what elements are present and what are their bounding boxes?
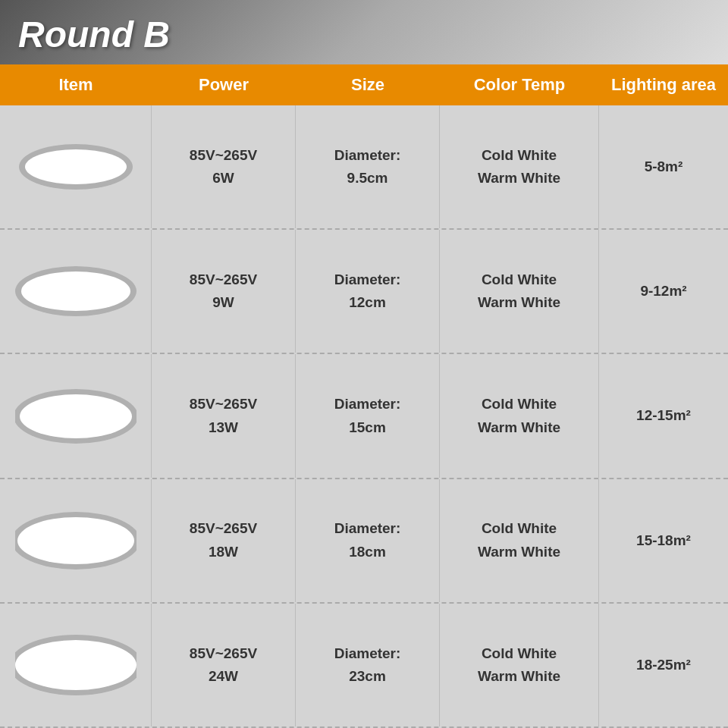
lighting-area-cell: 5-8m²	[599, 105, 728, 228]
size-cell: Diameter: 12cm	[296, 230, 440, 353]
light-fixture-icon	[15, 627, 136, 703]
size-cell: Diameter: 15cm	[296, 354, 440, 477]
power-cell: 85V~265V 18W	[152, 479, 296, 602]
title-area: Round B	[0, 0, 728, 64]
light-fixture-icon	[15, 136, 136, 197]
lighting-area-value: 12-15m²	[636, 404, 691, 427]
item-cell	[0, 354, 152, 477]
svg-point-8	[33, 398, 111, 425]
size-value: Diameter: 12cm	[334, 268, 401, 315]
color-temp-cell: Cold White Warm White	[440, 604, 599, 726]
light-fixture-icon	[15, 381, 136, 451]
power-cell: 85V~265V 6W	[152, 105, 296, 228]
color-temp-value: Cold White Warm White	[478, 642, 560, 689]
size-cell: Diameter: 9.5cm	[296, 105, 440, 228]
header-lighting-area: Lighting area	[599, 64, 728, 105]
table-row: 85V~265V 24WDiameter: 23cmCold White War…	[0, 604, 728, 728]
header-item: Item	[0, 64, 152, 105]
size-value: Diameter: 18cm	[334, 517, 401, 563]
lighting-area-value: 15-18m²	[636, 529, 691, 552]
color-temp-cell: Cold White Warm White	[440, 354, 599, 477]
lighting-area-value: 9-12m²	[640, 280, 686, 303]
power-value: 85V~265V 9W	[190, 268, 257, 315]
power-cell: 85V~265V 9W	[152, 230, 296, 353]
power-value: 85V~265V 13W	[190, 393, 257, 439]
color-temp-value: Cold White Warm White	[478, 393, 560, 439]
svg-point-14	[28, 644, 116, 677]
color-temp-cell: Cold White Warm White	[440, 479, 599, 602]
size-value: Diameter: 15cm	[334, 393, 401, 439]
table-row: 85V~265V 13WDiameter: 15cmCold White War…	[0, 354, 728, 479]
lighting-area-cell: 15-18m²	[599, 479, 728, 602]
svg-point-5	[34, 275, 110, 298]
item-cell	[0, 479, 152, 602]
table-row: 85V~265V 18WDiameter: 18cmCold White War…	[0, 479, 728, 604]
page-title: Round B	[18, 14, 170, 55]
power-cell: 85V~265V 13W	[152, 354, 296, 477]
light-fixture-icon	[15, 259, 136, 324]
header-size: Size	[296, 64, 440, 105]
lighting-area-cell: 9-12m²	[599, 230, 728, 353]
lighting-area-value: 5-8m²	[645, 155, 683, 178]
size-value: Diameter: 9.5cm	[334, 144, 401, 190]
lighting-area-cell: 18-25m²	[599, 604, 728, 726]
page: Round B Item Power Size Color Temp Light…	[0, 0, 728, 728]
light-fixture-icon	[15, 504, 136, 577]
power-value: 85V~265V 18W	[190, 517, 257, 563]
item-cell	[0, 604, 152, 726]
color-temp-cell: Cold White Warm White	[440, 105, 599, 228]
size-cell: Diameter: 18cm	[296, 479, 440, 602]
lighting-area-value: 18-25m²	[636, 654, 691, 676]
color-temp-cell: Cold White Warm White	[440, 230, 599, 353]
power-value: 85V~265V 24W	[190, 642, 257, 689]
header-power: Power	[152, 64, 296, 105]
table-row: 85V~265V 6WDiameter: 9.5cmCold White War…	[0, 105, 728, 230]
item-cell	[0, 105, 152, 228]
table-body: 85V~265V 6WDiameter: 9.5cmCold White War…	[0, 105, 728, 728]
item-cell	[0, 230, 152, 353]
svg-point-11	[30, 521, 114, 551]
svg-point-2	[38, 153, 106, 171]
size-cell: Diameter: 23cm	[296, 604, 440, 726]
table-row: 85V~265V 9WDiameter: 12cmCold White Warm…	[0, 230, 728, 354]
color-temp-value: Cold White Warm White	[478, 268, 560, 315]
header-color-temp: Color Temp	[440, 64, 599, 105]
color-temp-value: Cold White Warm White	[478, 144, 560, 190]
size-value: Diameter: 23cm	[334, 642, 401, 689]
color-temp-value: Cold White Warm White	[478, 517, 560, 563]
header-row: Item Power Size Color Temp Lighting area	[0, 64, 728, 105]
power-value: 85V~265V 6W	[190, 144, 257, 190]
power-cell: 85V~265V 24W	[152, 604, 296, 726]
lighting-area-cell: 12-15m²	[599, 354, 728, 477]
